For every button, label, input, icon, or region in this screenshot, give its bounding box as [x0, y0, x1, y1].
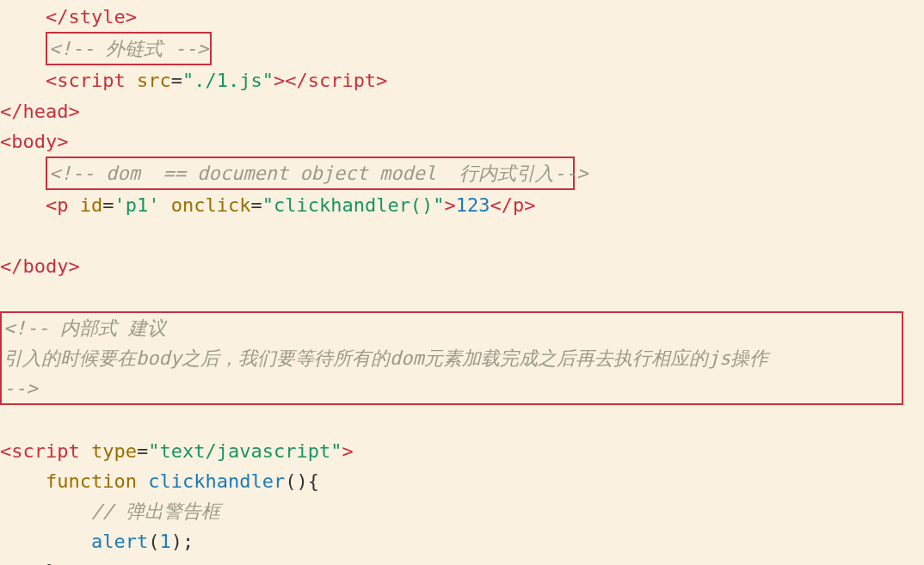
close-body-tag: </body>	[0, 255, 80, 277]
open-script-tag: <script	[46, 70, 126, 91]
attr-type: type	[80, 440, 137, 462]
eq2: =	[250, 194, 262, 216]
alert-paren-close: );	[171, 531, 194, 552]
func-name: clickhandler	[137, 470, 285, 492]
highlight-box-1: <!-- 外链式 -->	[46, 32, 212, 65]
comment-dom: <!-- dom == document object model 行内式引入-…	[49, 163, 588, 184]
eq1: =	[102, 194, 114, 216]
comment-internal-1: <!-- 内部式 建议	[3, 317, 166, 339]
kw-function: function	[46, 470, 137, 492]
p-text: 123	[456, 194, 490, 216]
attr-src: src	[126, 70, 171, 91]
code-block: </style> <!-- 外链式 --> <script src="./1.j…	[0, 0, 924, 565]
attr-id: id	[68, 194, 102, 216]
comment-internal-2: 引入的时候要在body之后，我们要等待所有的dom元素加载完成之后再去执行相应的…	[3, 347, 768, 369]
highlight-box-3: <!-- 内部式 建议 引入的时候要在body之后，我们要等待所有的dom元素加…	[0, 311, 903, 406]
close-script-tag: </script>	[285, 70, 387, 91]
alert-paren-open: (	[148, 531, 159, 552]
val-src: "./1.js"	[182, 70, 274, 91]
open-p-tag: <p	[46, 194, 69, 216]
val-id: 'p1'	[114, 194, 159, 216]
eq3: =	[137, 440, 148, 462]
eq: =	[171, 70, 182, 91]
script-gt: >	[274, 70, 285, 91]
p-gt: >	[445, 194, 456, 216]
close-style-tag: </style>	[46, 6, 137, 28]
close-p-tag: </p>	[490, 194, 536, 216]
open-script-tag-2: <script	[0, 440, 80, 462]
highlight-box-2: <!-- dom == document object model 行内式引入-…	[46, 157, 575, 190]
comment-alert: // 弹出警告框	[91, 501, 220, 522]
val-type: "text/javascript"	[148, 440, 342, 462]
comment-internal-3: -->	[3, 378, 38, 399]
script-gt-2: >	[342, 440, 353, 462]
comment-external: <!-- 外链式 -->	[49, 38, 208, 59]
alert-call: alert	[91, 531, 148, 552]
close-head-tag: </head>	[0, 101, 80, 122]
brace-close: }	[46, 561, 57, 565]
val-onclick: "clickhandler()"	[262, 194, 445, 216]
alert-num: 1	[159, 531, 170, 552]
open-body-tag: <body>	[0, 131, 68, 152]
paren-open: (){	[285, 470, 319, 492]
attr-onclick: onclick	[159, 194, 250, 216]
